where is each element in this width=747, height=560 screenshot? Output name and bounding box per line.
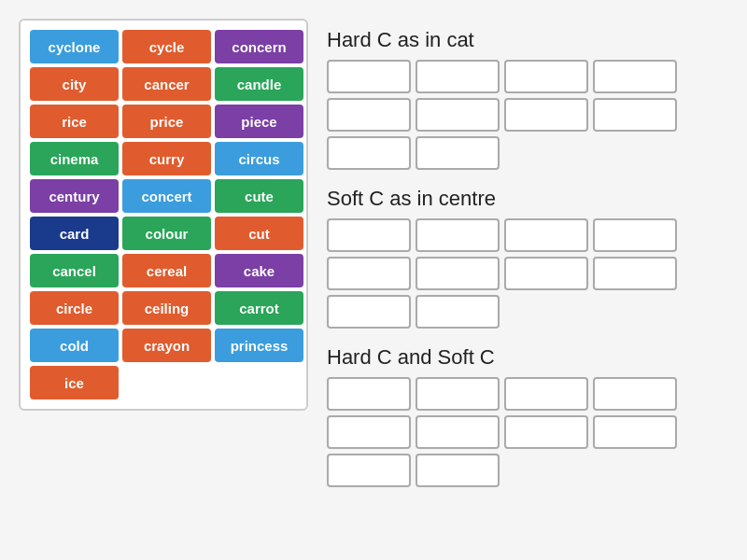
word-chip-century[interactable]: century	[30, 179, 119, 213]
drop-grid	[327, 218, 728, 329]
category-soft-c-as-in-centre: Soft C as in centre	[327, 187, 728, 329]
word-chip-rice[interactable]: rice	[30, 105, 119, 138]
drop-box[interactable]	[416, 415, 500, 449]
word-chip-princess[interactable]: princess	[215, 329, 303, 362]
word-chip-cold[interactable]: cold	[30, 329, 119, 362]
drop-box[interactable]	[416, 98, 500, 132]
word-chip-cute[interactable]: cute	[215, 179, 303, 213]
word-chip-ice[interactable]: ice	[30, 366, 119, 399]
drop-box[interactable]	[416, 218, 500, 252]
drop-box[interactable]	[416, 60, 500, 93]
category-hard-c-as-in-cat: Hard C as in cat	[327, 28, 728, 170]
drop-box[interactable]	[327, 295, 411, 329]
drop-box[interactable]	[327, 218, 411, 252]
category-title: Hard C as in cat	[327, 28, 728, 52]
word-chip-card[interactable]: card	[30, 217, 119, 250]
drop-box[interactable]	[327, 257, 411, 290]
drop-box[interactable]	[327, 60, 411, 93]
word-chip-cake[interactable]: cake	[215, 254, 303, 287]
word-chip-circle[interactable]: circle	[30, 291, 119, 325]
sort-panel: Hard C as in catSoft C as in centreHard …	[327, 19, 728, 541]
word-bank: cyclonecycleconcerncitycancercandlericep…	[19, 19, 308, 411]
drop-box[interactable]	[504, 60, 588, 93]
word-chip-cinema[interactable]: cinema	[30, 142, 119, 175]
drop-box[interactable]	[504, 377, 588, 411]
word-chip-colour[interactable]: colour	[122, 217, 211, 250]
drop-box[interactable]	[593, 60, 677, 93]
drop-box[interactable]	[593, 377, 677, 411]
word-chip-ceiling[interactable]: ceiling	[122, 291, 211, 325]
drop-box[interactable]	[416, 454, 500, 487]
word-chip-price[interactable]: price	[122, 105, 211, 138]
drop-box[interactable]	[327, 415, 411, 449]
word-chip-candle[interactable]: candle	[215, 67, 303, 101]
word-chip-concert[interactable]: concert	[122, 179, 211, 213]
drop-box[interactable]	[416, 377, 500, 411]
word-chip-cut[interactable]: cut	[215, 217, 303, 250]
drop-box[interactable]	[327, 98, 411, 132]
word-chip-concern[interactable]: concern	[215, 30, 303, 63]
drop-box[interactable]	[593, 98, 677, 132]
word-chip-cyclone[interactable]: cyclone	[30, 30, 119, 63]
word-chip-cancer[interactable]: cancer	[122, 67, 211, 101]
drop-box[interactable]	[327, 454, 411, 487]
word-chip-piece[interactable]: piece	[215, 105, 303, 138]
category-hard-c-and-soft-c: Hard C and Soft C	[327, 345, 728, 487]
drop-box[interactable]	[416, 136, 500, 170]
drop-grid	[327, 60, 728, 170]
category-title: Hard C and Soft C	[327, 345, 728, 370]
word-chip-cycle[interactable]: cycle	[122, 30, 211, 63]
drop-box[interactable]	[504, 257, 588, 290]
drop-box[interactable]	[504, 218, 588, 252]
drop-box[interactable]	[416, 257, 500, 290]
drop-box[interactable]	[593, 415, 677, 449]
word-chip-city[interactable]: city	[30, 67, 119, 101]
drop-box[interactable]	[504, 98, 588, 132]
drop-box[interactable]	[593, 257, 677, 290]
drop-grid	[327, 377, 728, 487]
word-chip-curry[interactable]: curry	[122, 142, 211, 175]
word-chip-cancel[interactable]: cancel	[30, 254, 119, 287]
word-chip-circus[interactable]: circus	[215, 142, 303, 175]
word-chip-crayon[interactable]: crayon	[122, 329, 211, 362]
drop-box[interactable]	[327, 136, 411, 170]
drop-box[interactable]	[327, 377, 411, 411]
word-chip-cereal[interactable]: cereal	[122, 254, 211, 287]
category-title: Soft C as in centre	[327, 187, 728, 211]
word-chip-carrot[interactable]: carrot	[215, 291, 303, 325]
drop-box[interactable]	[504, 415, 588, 449]
drop-box[interactable]	[593, 218, 677, 252]
drop-box[interactable]	[416, 295, 500, 329]
